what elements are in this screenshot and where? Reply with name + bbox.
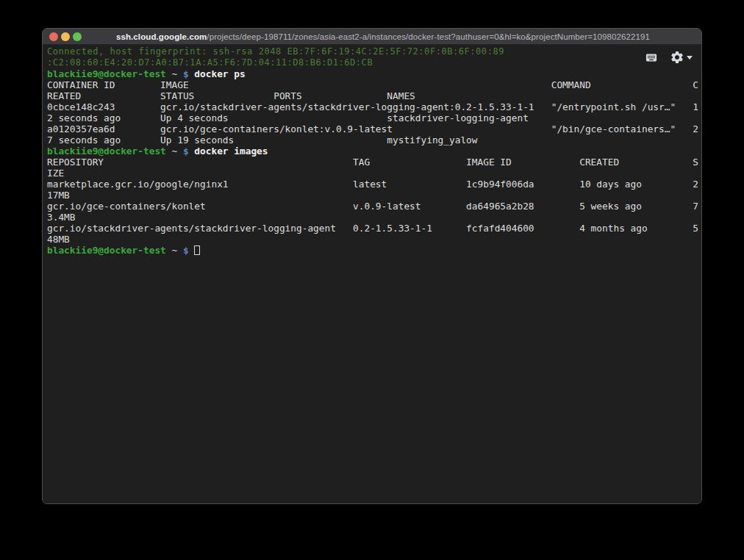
prompt-separator: ~ — [166, 146, 183, 157]
minimize-button[interactable] — [61, 32, 70, 41]
prompt-dollar: $ — [183, 146, 194, 157]
prompt-user-host: blackiie9@docker-test — [47, 245, 166, 256]
prompt-user-host: blackiie9@docker-test — [47, 68, 166, 79]
gear-icon[interactable] — [670, 50, 693, 65]
terminal[interactable]: Connected, host fingerprint: ssh-rsa 204… — [43, 45, 701, 504]
keyboard-icon[interactable] — [643, 51, 659, 64]
url-host: ssh.cloud.google.com — [116, 32, 207, 41]
command-docker-ps: docker ps — [194, 68, 245, 79]
desktop-background: ssh.cloud.google.com/projects/deep-19871… — [0, 0, 744, 560]
url-path: /projects/deep-198711/zones/asia-east2-a… — [207, 32, 650, 41]
window-title-url: ssh.cloud.google.com/projects/deep-19871… — [43, 32, 701, 41]
chevron-down-icon — [687, 56, 693, 60]
prompt-user-host: blackiie9@docker-test — [47, 146, 166, 157]
prompt-separator: ~ — [166, 68, 183, 79]
prompt-dollar: $ — [183, 68, 194, 79]
prompt-line-current: blackiie9@docker-test ~ $ — [47, 245, 698, 256]
ssh-browser-window: ssh.cloud.google.com/projects/deep-19871… — [42, 28, 702, 504]
connection-message: Connected, host fingerprint: ssh-rsa 204… — [47, 46, 698, 68]
close-button[interactable] — [49, 32, 58, 41]
terminal-toolbar — [643, 50, 693, 65]
window-titlebar[interactable]: ssh.cloud.google.com/projects/deep-19871… — [43, 29, 701, 45]
terminal-cursor[interactable] — [194, 245, 200, 255]
docker-ps-output: CONTAINER ID IMAGE COMMAND C REATED STAT… — [47, 79, 698, 146]
docker-images-output: REPOSITORY TAG IMAGE ID CREATED S IZE ma… — [47, 157, 698, 245]
command-docker-images: docker images — [194, 146, 268, 157]
zoom-button[interactable] — [73, 32, 82, 41]
prompt-dollar: $ — [183, 245, 194, 256]
prompt-separator: ~ — [166, 245, 183, 256]
prompt-line-docker-ps: blackiie9@docker-test ~ $ docker ps — [47, 68, 698, 79]
traffic-lights — [49, 29, 82, 45]
prompt-line-docker-images: blackiie9@docker-test ~ $ docker images — [47, 146, 698, 157]
